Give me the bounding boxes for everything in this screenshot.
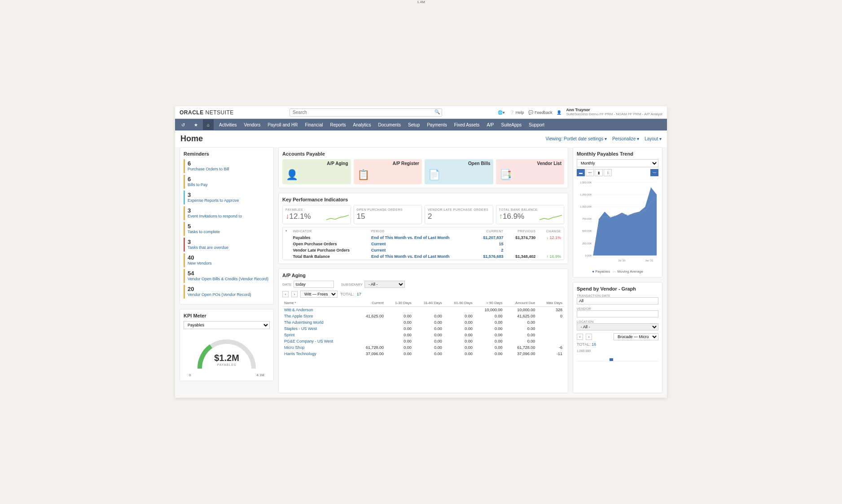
pager-prev[interactable]: ‹ [282, 291, 289, 297]
gauge-chart: $1.2M PAYABLES [191, 333, 263, 373]
help-link[interactable]: ❔ Help [509, 110, 524, 115]
svg-text:250.00K: 250.00K [582, 242, 592, 245]
nav-item-activities[interactable]: Activities [215, 119, 240, 130]
chart-type-col[interactable]: ⫶ [604, 169, 612, 176]
app-window: ORACLE NETSUITE 🔍 🌐▾ ❔ Help 💬 Feedback 👤… [175, 106, 667, 398]
history-icon[interactable]: ↺ [178, 119, 189, 130]
spend-pager-next[interactable]: › [586, 334, 592, 340]
nav-item-reports[interactable]: Reports [326, 119, 349, 130]
reminder-item[interactable]: 6Bills to Pay [184, 175, 270, 189]
spend-pager-prev[interactable]: ‹ [577, 334, 583, 340]
nav-item-payments[interactable]: Payments [423, 119, 450, 130]
aging-row[interactable]: Sprint0.000.000.000.000.00 [282, 332, 564, 338]
aging-subsidiary-select[interactable]: - All - [364, 281, 405, 288]
aging-row[interactable]: Staples - US West0.000.000.000.000.00 [282, 326, 564, 332]
aging-row[interactable]: Harris Technology37,096.000.000.000.000.… [282, 351, 564, 357]
trend-chart: 0.00K250.00K500.00K750.00K1,000.00K1,250… [577, 178, 658, 268]
nav-item-vendors[interactable]: Vendors [240, 119, 264, 130]
feedback-link[interactable]: 💬 Feedback [528, 110, 552, 115]
nav-item-fixed-assets[interactable]: Fixed Assets [451, 119, 483, 130]
aging-row[interactable]: Witt & Anderson10,000.0010,000.00328 [282, 307, 564, 313]
kpi-row[interactable]: Total Bank BalanceEnd of This Month vs. … [283, 253, 564, 260]
kpi-row[interactable]: Open Purchase OrdersCurrent15 [283, 241, 564, 247]
aging-row[interactable]: Micro Shop61,728.000.000.000.000.0061,72… [282, 344, 564, 351]
spend-txn-input[interactable] [577, 297, 658, 304]
aging-row[interactable]: The Apple Store41,625.000.000.000.000.00… [282, 313, 564, 319]
kpi-meter-select[interactable]: Payables [184, 321, 270, 329]
reminders-portlet: Reminders 6Purchase Orders to Bill6Bills… [180, 147, 274, 304]
home-icon[interactable]: ⌂ [203, 119, 214, 130]
svg-text:750.00K: 750.00K [582, 217, 592, 220]
globe-icon[interactable]: 🌐▾ [498, 110, 505, 115]
kpi-row[interactable]: PayablesEnd of This Month vs. End of Las… [283, 235, 564, 241]
aging-title: A/P Aging [282, 273, 564, 278]
page-header: Home Viewing: Portlet date settings ▾ Pe… [175, 130, 667, 147]
kpi-meter-portlet: KPI Meter Payables 1.4M $1.2M PAYABLES 0 [180, 309, 274, 381]
svg-text:1,000.00K: 1,000.00K [580, 205, 592, 208]
pager-next[interactable]: › [291, 291, 298, 297]
reminder-item[interactable]: 3Event Invitations to respond to [184, 206, 270, 220]
nav-item-a-p[interactable]: A/P [483, 119, 497, 130]
svg-text:Jan '21: Jan '21 [645, 259, 653, 262]
user-menu[interactable]: Ann Traynor SuiteSuccess Demo FF PRM - N… [566, 108, 662, 117]
spend-range-select[interactable]: Brocade — Micro [614, 333, 658, 340]
nav-item-documents[interactable]: Documents [374, 119, 404, 130]
search-icon: 🔍 [434, 109, 440, 114]
tile-icon: 👤 [286, 169, 298, 182]
kpi-card[interactable]: TOTAL BANK BALANCE↑16.9% [496, 205, 565, 224]
chart-type-bar[interactable]: ▮ [595, 169, 603, 176]
main-nav: ↺ ★ ⌂ ActivitiesVendorsPayroll and HRFin… [175, 119, 667, 130]
ap-aging-portlet: A/P Aging DATE SUBSIDIARY- All - ‹ › Wit… [278, 269, 568, 393]
kpi-row[interactable]: Vendor Late Purchase OrdersCurrent2 [283, 247, 564, 253]
ap-tile[interactable]: A/P Aging👤 [282, 159, 351, 184]
search-input[interactable] [293, 109, 432, 116]
chart-toggle[interactable]: 〰 [650, 169, 658, 176]
reminder-item[interactable]: 5Tasks to complete [184, 222, 270, 236]
aging-date-input[interactable] [294, 281, 334, 288]
nav-item-payroll-and-hr[interactable]: Payroll and HR [264, 119, 301, 130]
reminder-item[interactable]: 3Expense Reports to Approve [184, 191, 270, 204]
ap-tile[interactable]: Vendor List📑 [496, 159, 565, 184]
svg-text:0.00K: 0.00K [585, 254, 592, 257]
reminders-title: Reminders [184, 151, 270, 156]
spend-location-select[interactable]: - All - [577, 323, 658, 330]
aging-row[interactable]: The Advertising World0.000.000.000.000.0… [282, 319, 564, 326]
chart-type-area[interactable]: ▬ [577, 169, 585, 176]
tile-icon: 📄 [428, 169, 441, 182]
viewing-link[interactable]: Viewing: Portlet date settings ▾ [546, 136, 607, 141]
brand-logo: ORACLE NETSUITE [180, 109, 234, 116]
reminder-item[interactable]: 54Vendor Open Bills & Credits (Vendor Re… [184, 269, 270, 283]
chart-type-line[interactable]: 〰 [586, 169, 594, 176]
trend-portlet: Monthly Payables Trend Monthly ▬ 〰 ▮ ⫶ 〰… [573, 147, 662, 278]
spend-portlet: Spend by Vendor - Graph TRANSACTION DATE… [573, 282, 662, 393]
reminder-item[interactable]: 40New Vendors [184, 253, 270, 267]
reminder-item[interactable]: 6Purchase Orders to Bill [184, 159, 270, 173]
spend-vendor-input[interactable] [577, 310, 658, 317]
global-search[interactable]: 🔍 [289, 109, 442, 117]
ap-title: Accounts Payable [282, 151, 564, 156]
nav-item-analytics[interactable]: Analytics [349, 119, 374, 130]
ap-tile[interactable]: Open Bills📄 [425, 159, 493, 184]
nav-item-setup[interactable]: Setup [404, 119, 423, 130]
svg-text:1,250.00K: 1,250.00K [580, 193, 592, 196]
aging-range-select[interactable]: Witt — Frees [300, 291, 338, 298]
aging-row[interactable]: PG&E Company - US West0.000.000.000.000.… [282, 338, 564, 344]
kpi-title: Key Performance Indicators [282, 197, 564, 202]
reminder-item[interactable]: 20Vendor Open POs (Vendor Record) [184, 285, 270, 299]
nav-item-suiteapps[interactable]: SuiteApps [498, 119, 526, 130]
layout-link[interactable]: Layout ▾ [645, 136, 662, 141]
ap-tile[interactable]: A/P Register📋 [354, 159, 422, 184]
kpi-card[interactable]: OPEN PURCHASE ORDERS15 [354, 205, 422, 224]
trend-period-select[interactable]: Monthly [577, 159, 658, 167]
page-title: Home [180, 134, 203, 143]
nav-item-financial[interactable]: Financial [301, 119, 326, 130]
kpi-card[interactable]: PAYABLES↓12.1% [282, 205, 351, 224]
spend-title: Spend by Vendor - Graph [577, 286, 658, 291]
reminder-item[interactable]: 3Tasks that are overdue [184, 238, 270, 252]
personalize-link[interactable]: Personalize ▾ [612, 136, 639, 141]
svg-text:Jul '20: Jul '20 [618, 259, 625, 262]
aging-table: Name *Current1-30 Days31-60 Days61-90 Da… [282, 300, 564, 357]
star-icon[interactable]: ★ [190, 119, 201, 130]
kpi-card[interactable]: VENDOR LATE PURCHASE ORDERS2 [425, 205, 493, 224]
nav-item-support[interactable]: Support [525, 119, 548, 130]
